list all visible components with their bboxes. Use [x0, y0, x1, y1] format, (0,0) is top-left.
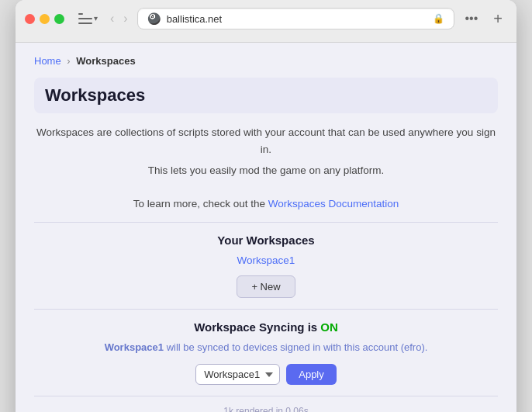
sidebar-toggle-button[interactable]: ▾	[75, 12, 101, 26]
more-options-button[interactable]: •••	[461, 9, 483, 29]
workspace-select[interactable]: Workspace1	[195, 364, 280, 385]
syncing-status: ON	[320, 320, 338, 334]
syncing-title-text: Workspace Syncing is	[194, 320, 317, 334]
traffic-lights	[25, 14, 64, 24]
chevron-down-icon: ▾	[94, 15, 98, 23]
minimize-button[interactable]	[40, 14, 50, 24]
sidebar-bar-3	[78, 23, 92, 24]
workspace1-link[interactable]: Workspace1	[34, 254, 498, 266]
divider-1	[34, 222, 498, 223]
description-line1: Workspaces are collections of scripts st…	[34, 124, 498, 158]
docs-link-paragraph: To learn more, check out the Workspaces …	[34, 198, 498, 209]
breadcrumb: Home › Workspaces	[34, 55, 498, 67]
divider-2	[34, 309, 498, 310]
your-workspaces-title: Your Workspaces	[34, 234, 498, 247]
browser-window: ▾ ‹ › 🎱 ballistica.net 🔒 ••• + Home ›	[16, 0, 516, 412]
site-favicon: 🎱	[147, 12, 161, 25]
new-workspace-button[interactable]: + New	[237, 275, 295, 298]
page-title: Workspaces	[34, 78, 498, 113]
lock-icon: 🔒	[433, 13, 444, 24]
docs-link[interactable]: Workspaces Documentation	[268, 198, 399, 209]
forward-button[interactable]: ›	[120, 11, 130, 26]
page-content: Home › Workspaces Workspaces Workspaces …	[16, 43, 516, 412]
syncing-section: Workspace Syncing is ON Workspace1 will …	[34, 320, 498, 386]
browser-chrome: ▾ ‹ › 🎱 ballistica.net 🔒 ••• +	[16, 0, 516, 43]
description-line2: This lets you easily mod the game on any…	[34, 162, 498, 179]
syncing-description-text: will be synced to devices signed in with…	[167, 341, 428, 353]
sidebar-bar-1	[78, 13, 83, 15]
new-tab-button[interactable]: +	[489, 9, 507, 28]
breadcrumb-current: Workspaces	[76, 55, 135, 67]
syncing-controls: Workspace1 Apply	[34, 364, 498, 385]
back-button[interactable]: ‹	[107, 11, 117, 26]
maximize-button[interactable]	[54, 14, 64, 24]
breadcrumb-separator: ›	[67, 55, 70, 67]
sidebar-bar-2	[78, 18, 92, 19]
syncing-workspace-name: Workspace1	[105, 341, 164, 353]
sidebar-icon	[78, 13, 92, 24]
url-text: ballistica.net	[167, 13, 427, 25]
syncing-title: Workspace Syncing is ON	[34, 320, 498, 334]
apply-button[interactable]: Apply	[286, 364, 337, 385]
nav-arrows: ‹ ›	[107, 11, 131, 26]
address-bar[interactable]: 🎱 ballistica.net 🔒	[137, 8, 454, 29]
syncing-description: Workspace1 will be synced to devices sig…	[34, 340, 498, 355]
breadcrumb-home-link[interactable]: Home	[34, 55, 61, 67]
docs-prefix-text: To learn more, check out the	[133, 198, 265, 209]
close-button[interactable]	[25, 14, 35, 24]
footer-rendered-text: 1k rendered in 0.06s	[34, 396, 498, 412]
